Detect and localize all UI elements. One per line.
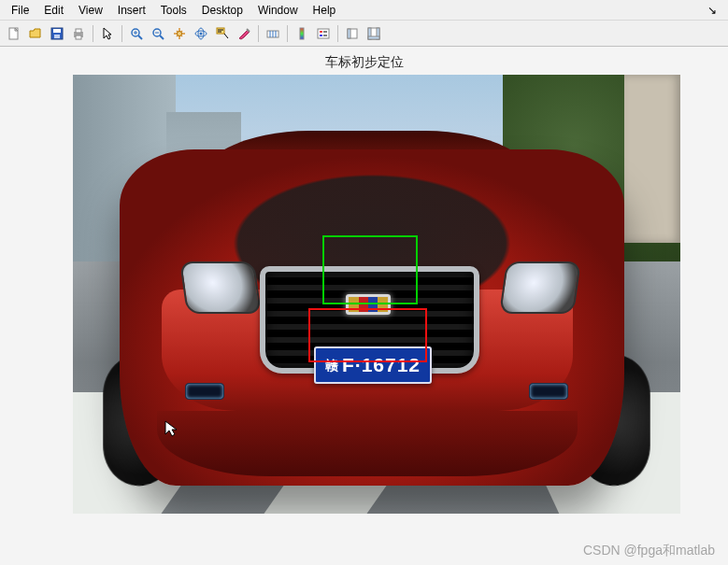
toolbar-separator: [258, 25, 259, 42]
new-file-icon[interactable]: [4, 23, 24, 44]
toolbar-separator: [287, 25, 288, 42]
car-foglight: [185, 383, 224, 400]
menu-view[interactable]: View: [71, 2, 110, 19]
dock-arrow-icon[interactable]: ↘: [700, 4, 724, 17]
svg-line-12: [160, 35, 164, 39]
svg-rect-18: [217, 28, 224, 34]
toolbar-separator: [337, 25, 338, 42]
data-cursor-icon[interactable]: [212, 23, 233, 44]
svg-point-14: [178, 31, 182, 35]
toolbar-separator: [93, 25, 93, 42]
car-headlight: [499, 261, 581, 314]
svg-rect-2: [53, 29, 61, 33]
svg-line-21: [224, 34, 228, 38]
insert-legend-icon[interactable]: [313, 23, 334, 44]
background-building: [624, 75, 680, 243]
svg-rect-26: [300, 28, 304, 39]
hide-plot-tools-icon[interactable]: [342, 23, 363, 44]
menu-file[interactable]: File: [4, 2, 36, 19]
svg-line-8: [138, 35, 142, 39]
car-foglight: [529, 383, 568, 400]
watermark: CSDN @fpga和matlab: [583, 543, 715, 559]
save-icon[interactable]: [47, 23, 67, 44]
zoom-in-icon[interactable]: [126, 23, 147, 44]
svg-rect-5: [76, 29, 81, 33]
svg-rect-6: [76, 35, 81, 39]
svg-point-17: [200, 32, 203, 35]
svg-rect-3: [54, 35, 60, 38]
figure-area: 车标初步定位 赣 F·1671: [0, 47, 728, 565]
open-file-icon[interactable]: [25, 23, 46, 44]
car-headlight: [179, 261, 262, 314]
pointer-icon[interactable]: [97, 23, 118, 44]
menu-edit[interactable]: Edit: [36, 2, 71, 19]
menubar: File Edit View Insert Tools Desktop Wind…: [0, 0, 728, 21]
car-bumper: [157, 411, 578, 476]
brush-icon[interactable]: [234, 23, 254, 44]
figure-panel: 车标初步定位 赣 F·1671: [0, 47, 728, 565]
print-icon[interactable]: [68, 23, 89, 44]
svg-rect-33: [348, 29, 350, 38]
show-plot-tools-icon[interactable]: [364, 23, 384, 44]
toolbar-separator: [121, 25, 122, 42]
insert-colorbar-icon[interactable]: [292, 23, 312, 44]
link-axes-icon[interactable]: [263, 23, 283, 44]
menu-desktop[interactable]: Desktop: [194, 2, 250, 19]
svg-rect-27: [318, 29, 329, 38]
menu-window[interactable]: Window: [250, 2, 306, 19]
svg-rect-37: [368, 36, 379, 39]
rotate3d-icon[interactable]: [191, 23, 211, 44]
menu-help[interactable]: Help: [306, 2, 344, 19]
pan-icon[interactable]: [169, 23, 190, 44]
zoom-out-icon[interactable]: [148, 23, 168, 44]
menu-tools[interactable]: Tools: [153, 2, 194, 19]
figure-title: 车标初步定位: [325, 54, 404, 71]
detection-box-logo: [322, 235, 418, 304]
detection-box-plate: [308, 308, 427, 362]
menu-insert[interactable]: Insert: [110, 2, 153, 19]
toolbar: [0, 21, 728, 47]
